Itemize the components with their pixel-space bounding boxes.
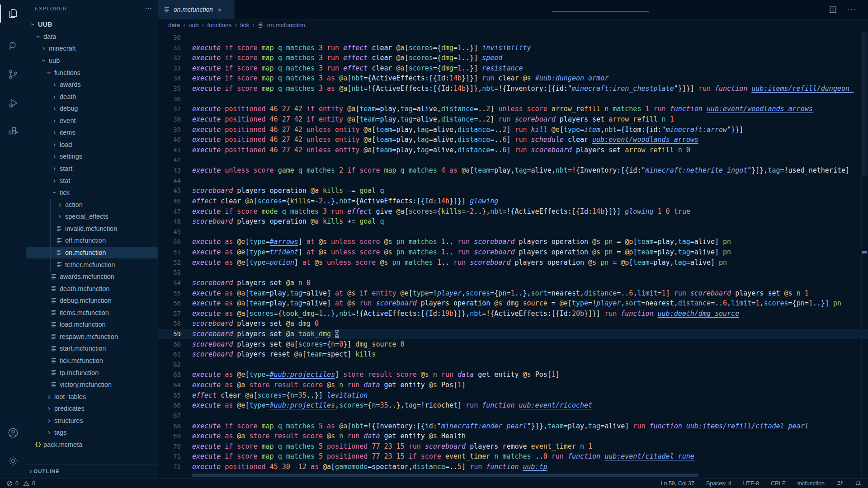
- tree-item-tether-mcfunction[interactable]: tether.mcfunction: [26, 258, 158, 271]
- code-line-70[interactable]: 70execute if score map q matches 5 posit…: [158, 441, 868, 452]
- code-line-38[interactable]: 38execute positioned 46 27 42 if entity …: [158, 114, 868, 125]
- explorer-icon[interactable]: [0, 2, 26, 25]
- tree-item-awards-mcfunction[interactable]: awards.mcfunction: [26, 271, 158, 283]
- code-line-48[interactable]: 48scoreboard players operation @a kills …: [158, 216, 868, 227]
- code-line-39[interactable]: 39execute positioned 46 27 42 unless ent…: [158, 125, 868, 135]
- code-line-63[interactable]: 63execute as @e[type=#uub:projectiles] s…: [158, 370, 868, 380]
- code-line-60[interactable]: 60scoreboard players set @a[scores={n=0}…: [158, 339, 868, 350]
- tree-item-tags[interactable]: ›tags: [26, 427, 158, 439]
- tree-item-start-mcfunction[interactable]: start.mcfunction: [26, 343, 158, 355]
- tree-item-data[interactable]: ›data: [26, 31, 158, 43]
- tree-item-action[interactable]: ›action: [26, 198, 158, 211]
- code-line-30[interactable]: 30: [158, 33, 868, 43]
- status-item[interactable]: CRLF: [771, 480, 786, 487]
- code-line-56[interactable]: 56execute as @a[team=play,tag=alive] at …: [158, 298, 868, 309]
- tree-item-victory-mcfunction[interactable]: victory.mcfunction: [26, 379, 158, 391]
- breadcrumb-item[interactable]: uub: [189, 22, 199, 28]
- code-line-49[interactable]: 49: [158, 227, 868, 237]
- account-icon[interactable]: [0, 421, 26, 445]
- code-line-69[interactable]: 69execute as @a store result score @s n …: [158, 431, 868, 441]
- tree-item-uub[interactable]: ›uub: [26, 55, 158, 67]
- problems-indicator[interactable]: 0 0: [6, 480, 35, 487]
- tree-item-on-mcfunction[interactable]: on.mcfunction: [26, 247, 158, 259]
- vertical-scrollbar[interactable]: [862, 32, 868, 176]
- tree-item-load-mcfunction[interactable]: load.mcfunction: [26, 319, 158, 331]
- tree-item-pack-mcmeta[interactable]: {}pack.mcmeta: [26, 439, 158, 451]
- status-item[interactable]: mcfunction: [797, 480, 825, 487]
- horizontal-scrollbar[interactable]: [192, 474, 698, 477]
- tree-item-awards[interactable]: ›awards: [26, 79, 158, 91]
- source-control-icon[interactable]: [0, 63, 26, 86]
- tree-item-structures[interactable]: ›structures: [26, 415, 158, 427]
- code-line-50[interactable]: 50execute as @e[type=#arrows] at @s unle…: [158, 237, 868, 247]
- status-item[interactable]: Spaces: 4: [706, 480, 731, 487]
- breadcrumb-item[interactable]: data: [168, 22, 180, 28]
- tree-item-death-mcfunction[interactable]: death.mcfunction: [26, 282, 158, 295]
- code-line-36[interactable]: 36: [158, 94, 868, 104]
- code-line-71[interactable]: 71execute if score map q matches 5 posit…: [158, 451, 868, 462]
- code-line-62[interactable]: 62: [158, 360, 868, 370]
- code-line-31[interactable]: 31execute if score map q matches 3 run e…: [158, 43, 868, 53]
- code-line-67[interactable]: 67: [158, 411, 868, 421]
- code-line-32[interactable]: 32execute if score map q matches 3 run e…: [158, 53, 868, 63]
- code-line-41[interactable]: 41execute positioned 46 27 42 unless ent…: [158, 145, 868, 155]
- code-line-43[interactable]: 43execute unless score game q matches 2 …: [158, 165, 868, 176]
- tree-item-tick-mcfunction[interactable]: tick.mcfunction: [26, 355, 158, 367]
- code-line-42[interactable]: 42: [158, 155, 868, 165]
- tree-item-load[interactable]: ›load: [26, 139, 158, 151]
- code-line-46[interactable]: 46effect clear @a[scores={kills=-2..},nb…: [158, 196, 868, 206]
- code-line-45[interactable]: 45scoreboard players operation @a kills …: [158, 186, 868, 196]
- code-line-64[interactable]: 64execute as @a store result score @s n …: [158, 380, 868, 390]
- settings-gear-icon[interactable]: [0, 449, 26, 473]
- tree-item-minecraft[interactable]: ›minecraft: [26, 42, 158, 55]
- code-line-57[interactable]: 57execute as @a[scores={took_dmg=1..},nb…: [158, 309, 868, 319]
- code-line-68[interactable]: 68execute if score map q matches 5 as @a…: [158, 421, 868, 432]
- run-debug-icon[interactable]: [0, 91, 26, 115]
- outline-section[interactable]: › OUTLINE: [26, 464, 158, 478]
- tab-close-icon[interactable]: ×: [217, 6, 222, 14]
- code-line-54[interactable]: 54scoreboard players set @a n 0: [158, 278, 868, 288]
- code-line-58[interactable]: 58scoreboard players set @a dmg 0: [158, 319, 868, 329]
- code-line-35[interactable]: 35execute if score map q matches 3 as @a…: [158, 84, 868, 94]
- breadcrumb-item[interactable]: functions: [207, 22, 231, 28]
- code-line-53[interactable]: 53: [158, 267, 868, 278]
- tree-item-uub[interactable]: ›UUB: [26, 19, 158, 31]
- code-editor[interactable]: 3031execute if score map q matches 3 run…: [158, 31, 868, 478]
- code-line-51[interactable]: 51execute as @e[type=trident] at @s unle…: [158, 247, 868, 258]
- breadcrumb-file[interactable]: on.mcfunction: [259, 22, 305, 28]
- search-icon[interactable]: [0, 34, 26, 58]
- feedback-icon[interactable]: [836, 480, 843, 487]
- code-line-47[interactable]: 47execute if score mode q matches 3 run …: [158, 206, 868, 217]
- tree-item-items[interactable]: ›items: [26, 127, 158, 139]
- tree-item-death[interactable]: ›death: [26, 90, 158, 103]
- tree-item-tick[interactable]: ›tick: [26, 187, 158, 199]
- code-line-65[interactable]: 65effect clear @a[scores={n=35..}] levit…: [158, 390, 868, 401]
- code-line-55[interactable]: 55execute as @a[team=play,tag=alive] at …: [158, 288, 868, 299]
- tree-item-functions[interactable]: ›functions: [26, 66, 158, 79]
- code-line-33[interactable]: 33execute if score map q matches 3 run e…: [158, 63, 868, 74]
- tree-item-stat[interactable]: ›stat: [26, 174, 158, 187]
- split-editor-icon[interactable]: [829, 6, 837, 14]
- explorer-more-icon[interactable]: ⋯: [145, 6, 152, 11]
- code-line-66[interactable]: 66execute as @e[type=#uub:projectiles,sc…: [158, 400, 868, 411]
- extensions-icon[interactable]: [0, 120, 26, 143]
- code-line-59[interactable]: 59scoreboard players set @a took_dmg 0: [158, 329, 868, 339]
- code-line-44[interactable]: 44: [158, 176, 868, 186]
- tree-item-predicates[interactable]: ›predicates: [26, 403, 158, 415]
- tree-item-debug[interactable]: ›debug: [26, 103, 158, 115]
- code-line-34[interactable]: 34execute if score map q matches 3 as @a…: [158, 73, 868, 84]
- tree-item-special-effects[interactable]: ›special_effects: [26, 211, 158, 223]
- tree-item-invalid-mcfunction[interactable]: invalid.mcfunction: [26, 223, 158, 235]
- tree-item-debug-mcfunction[interactable]: debug.mcfunction: [26, 295, 158, 307]
- code-line-72[interactable]: 72execute positioned 45 30 -12 as @a[gam…: [158, 462, 868, 472]
- code-line-52[interactable]: 52execute as @e[type=potion] at @s unles…: [158, 258, 868, 268]
- tab-on-mcfunction[interactable]: on.mcfunction ×: [158, 0, 235, 19]
- bell-icon[interactable]: [855, 480, 862, 487]
- tree-item-tp-mcfunction[interactable]: tp.mcfunction: [26, 366, 158, 379]
- status-item[interactable]: Ln 59, Col 37: [661, 480, 694, 487]
- breadcrumb-scrollbar-thumb[interactable]: [552, 11, 649, 12]
- tree-item-loot-tables[interactable]: ›loot_tables: [26, 390, 158, 403]
- tree-item-respawn-mcfunction[interactable]: respawn.mcfunction: [26, 331, 158, 343]
- tree-item-event[interactable]: ›event: [26, 115, 158, 127]
- tree-item-off-mcfunction[interactable]: off.mcfunction: [26, 235, 158, 247]
